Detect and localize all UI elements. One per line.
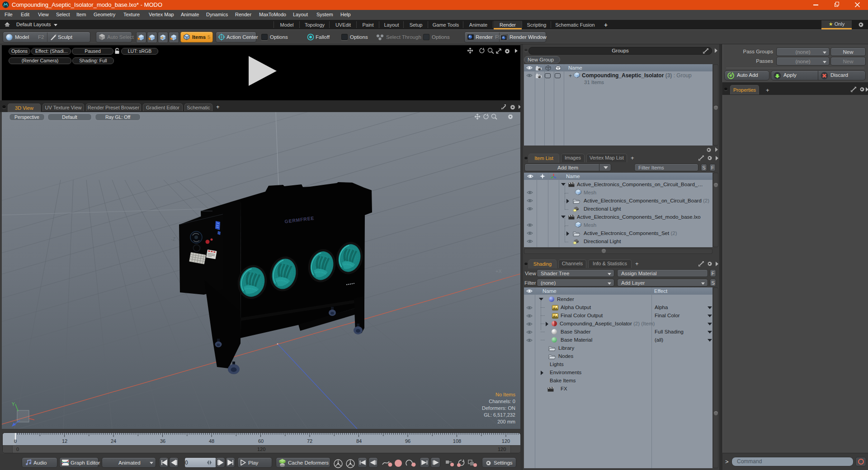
svg-text:60: 60: [258, 438, 264, 444]
svg-text:84: 84: [356, 438, 362, 444]
svg-text:96: 96: [405, 438, 410, 444]
svg-text:Y: Y: [12, 402, 15, 407]
svg-text:108: 108: [453, 438, 461, 444]
svg-text:200 mm: 200 mm: [497, 419, 515, 424]
svg-text:GL: 6,517,232: GL: 6,517,232: [484, 412, 515, 418]
svg-text:72: 72: [307, 438, 312, 444]
svg-text:12: 12: [62, 438, 67, 444]
svg-text:120: 120: [502, 438, 510, 444]
svg-text:-Z: -Z: [171, 236, 176, 242]
svg-text:36: 36: [160, 438, 165, 444]
svg-text:No Items: No Items: [495, 392, 516, 397]
svg-text:24: 24: [111, 438, 116, 444]
svg-text:48: 48: [209, 438, 214, 444]
svg-text:Channels: 0: Channels: 0: [489, 399, 515, 404]
svg-text:+X: +X: [495, 268, 502, 274]
svg-text:Deformers: ON: Deformers: ON: [482, 405, 515, 411]
